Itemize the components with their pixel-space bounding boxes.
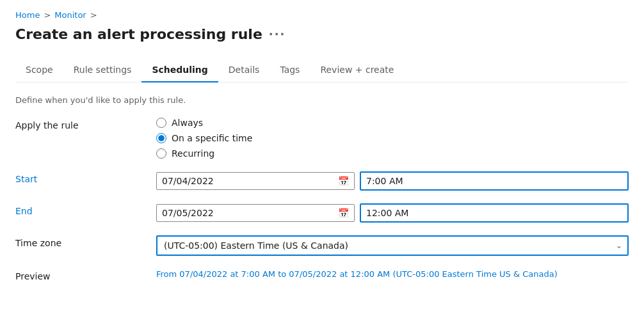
- radio-always[interactable]: Always: [156, 118, 629, 128]
- section-description: Define when you'd like to apply this rul…: [15, 95, 629, 105]
- start-calendar-icon[interactable]: 📅: [338, 176, 349, 186]
- radio-specific[interactable]: On a specific time: [156, 133, 629, 143]
- start-label: Start: [15, 171, 156, 184]
- radio-always-input[interactable]: [156, 118, 166, 128]
- timezone-select[interactable]: (UTC-05:00) Eastern Time (US & Canada)(U…: [156, 235, 629, 256]
- preview-text: From 07/04/2022 at 7:00 AM to 07/05/2022…: [156, 269, 558, 279]
- tab-tags[interactable]: Tags: [270, 58, 310, 82]
- timezone-label: Time zone: [15, 235, 156, 248]
- preview-row: Preview From 07/04/2022 at 7:00 AM to 07…: [15, 269, 629, 281]
- start-datetime-row: 📅: [156, 171, 629, 191]
- breadcrumb-home[interactable]: Home: [15, 10, 40, 20]
- radio-always-label: Always: [172, 118, 203, 128]
- apply-rule-label: Apply the rule: [15, 118, 156, 130]
- tab-details[interactable]: Details: [218, 58, 270, 82]
- start-date-input[interactable]: [162, 176, 338, 186]
- preview-label: Preview: [15, 269, 156, 281]
- end-control: 📅: [156, 203, 629, 223]
- end-date-input[interactable]: [162, 208, 338, 218]
- radio-group: Always On a specific time Recurring: [156, 118, 629, 159]
- page-title-row: Create an alert processing rule ···: [15, 26, 629, 42]
- tab-scope[interactable]: Scope: [15, 58, 63, 82]
- radio-recurring-input[interactable]: [156, 148, 166, 159]
- start-date-wrap: 📅: [156, 172, 355, 190]
- radio-specific-input[interactable]: [156, 133, 166, 143]
- radio-specific-label: On a specific time: [172, 133, 252, 143]
- timezone-select-wrap: (UTC-05:00) Eastern Time (US & Canada)(U…: [156, 235, 629, 256]
- tab-bar: Scope Rule settings Scheduling Details T…: [15, 58, 629, 82]
- radio-recurring[interactable]: Recurring: [156, 148, 629, 159]
- timezone-row: Time zone (UTC-05:00) Eastern Time (US &…: [15, 235, 629, 256]
- radio-recurring-label: Recurring: [172, 148, 214, 159]
- breadcrumb: Home > Monitor >: [15, 10, 629, 20]
- end-calendar-icon[interactable]: 📅: [338, 208, 349, 218]
- tab-rule-settings[interactable]: Rule settings: [63, 58, 142, 82]
- tab-scheduling[interactable]: Scheduling: [141, 58, 218, 82]
- tab-review-create[interactable]: Review + create: [310, 58, 404, 82]
- end-datetime-row: 📅: [156, 203, 629, 223]
- breadcrumb-sep1: >: [44, 10, 51, 20]
- end-date-wrap: 📅: [156, 204, 355, 222]
- breadcrumb-sep2: >: [90, 10, 97, 20]
- start-control: 📅: [156, 171, 629, 191]
- apply-rule-control: Always On a specific time Recurring: [156, 118, 629, 159]
- page-title: Create an alert processing rule: [15, 26, 262, 42]
- preview-control: From 07/04/2022 at 7:00 AM to 07/05/2022…: [156, 269, 629, 279]
- end-label: End: [15, 203, 156, 216]
- breadcrumb-monitor[interactable]: Monitor: [54, 10, 86, 20]
- more-options-dots[interactable]: ···: [269, 28, 286, 41]
- start-row: Start 📅: [15, 171, 629, 191]
- end-row: End 📅: [15, 203, 629, 223]
- apply-rule-row: Apply the rule Always On a specific time…: [15, 118, 629, 159]
- timezone-control: (UTC-05:00) Eastern Time (US & Canada)(U…: [156, 235, 629, 256]
- end-time-input[interactable]: [360, 203, 629, 223]
- start-time-input[interactable]: [360, 171, 629, 191]
